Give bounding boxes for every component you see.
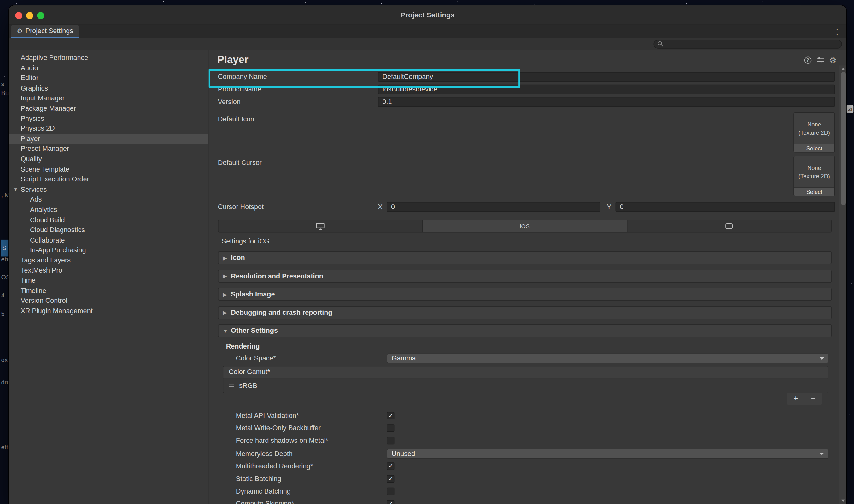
tab-menu-kebab-icon[interactable]: ⋮ bbox=[833, 25, 841, 38]
platform-tab-ios[interactable]: iOS bbox=[423, 220, 627, 232]
product-name-input[interactable] bbox=[378, 84, 835, 94]
sidebar-item-label: Version Control bbox=[21, 297, 68, 305]
sidebar-item-input-manager[interactable]: Input Manager bbox=[9, 93, 208, 104]
sidebar-item-collaborate[interactable]: Collaborate bbox=[9, 235, 208, 245]
company-name-input[interactable] bbox=[378, 72, 835, 82]
color-gamut-list: sRGB bbox=[218, 378, 832, 393]
platform-tab-standalone[interactable] bbox=[219, 220, 423, 232]
sidebar-item-cloud-build[interactable]: Cloud Build bbox=[9, 215, 208, 225]
sidebar-item-label: Cloud Build bbox=[30, 216, 65, 223]
section-splash-image[interactable]: ▶Splash Image bbox=[218, 288, 832, 301]
hotspot-x-input[interactable] bbox=[387, 202, 600, 212]
checkbox-metal-api-validation[interactable] bbox=[387, 412, 394, 419]
section-icon[interactable]: ▶Icon bbox=[218, 251, 832, 264]
panel-header: Player ? ⚙ bbox=[208, 50, 846, 67]
header-icons: ? ⚙ bbox=[804, 56, 837, 64]
sidebar-item-timeline[interactable]: Timeline bbox=[9, 286, 208, 296]
setting-label: Metal Write-Only Backbuffer bbox=[236, 425, 387, 432]
help-icon[interactable]: ? bbox=[804, 56, 811, 64]
default-icon-select-button[interactable]: Select bbox=[794, 144, 834, 152]
section-debugging-and-crash-reporting[interactable]: ▶Debugging and crash reporting bbox=[218, 306, 832, 319]
sidebar-item-textmesh-pro[interactable]: TextMesh Pro bbox=[9, 266, 208, 276]
player-settings-panel: Player ? ⚙ Company Name bbox=[208, 50, 846, 504]
sidebar-item-graphics[interactable]: Graphics bbox=[9, 83, 208, 93]
sidebar-item-label: Tags and Layers bbox=[21, 256, 71, 264]
scroll-down-arrow-icon[interactable] bbox=[841, 499, 844, 502]
color-gamut-item-srgb[interactable]: sRGB bbox=[223, 378, 828, 393]
sidebar-item-analytics[interactable]: Analytics bbox=[9, 205, 208, 215]
sidebar-item-script-execution-order[interactable]: Script Execution Order bbox=[9, 175, 208, 184]
sidebar-item-audio[interactable]: Audio bbox=[9, 63, 208, 73]
sidebar-item-physics[interactable]: Physics bbox=[9, 113, 208, 124]
zoom-button[interactable] bbox=[37, 12, 44, 19]
foldout-arrow-icon[interactable]: ▼ bbox=[13, 184, 18, 195]
sidebar-item-physics-2d[interactable]: Physics 2D bbox=[9, 124, 208, 134]
default-cursor-select-button[interactable]: Select bbox=[794, 187, 834, 196]
default-cursor-row: Default Cursor None (Texture 2D) Select bbox=[208, 156, 846, 199]
dropdown-memoryless-depth[interactable]: Unused bbox=[387, 449, 829, 458]
background-window-fragment: ox bbox=[1, 357, 7, 363]
sidebar-item-adaptive-performance[interactable]: Adaptive Performance bbox=[9, 53, 208, 63]
background-window-fragment: etti bbox=[1, 444, 9, 451]
sidebar-item-package-manager[interactable]: Package Manager bbox=[9, 104, 208, 113]
sidebar-item-preset-manager[interactable]: Preset Manager bbox=[9, 144, 208, 154]
sidebar-item-in-app-purchasing[interactable]: In-App Purchasing bbox=[9, 245, 208, 255]
texture-type-text: (Texture 2D) bbox=[799, 172, 830, 179]
checkbox-force-hard-shadows-on-metal[interactable] bbox=[387, 437, 394, 445]
add-remove-box: + − bbox=[786, 393, 822, 405]
sidebar-item-cloud-diagnostics[interactable]: Cloud Diagnostics bbox=[9, 225, 208, 235]
sidebar-item-player[interactable]: Player bbox=[9, 134, 208, 144]
sidebar-item-tags-and-layers[interactable]: Tags and Layers bbox=[9, 255, 208, 266]
presets-sliders-icon[interactable] bbox=[816, 57, 824, 64]
company-name-row: Company Name bbox=[208, 70, 846, 83]
checkbox-metal-write-only-backbuffer[interactable] bbox=[387, 425, 394, 432]
color-gamut-label: Color Gamut* bbox=[229, 368, 270, 376]
color-gamut-list-header[interactable]: Color Gamut* bbox=[223, 366, 828, 378]
platform-tab-tvos[interactable] bbox=[627, 220, 831, 232]
checkbox-dynamic-batching[interactable] bbox=[387, 488, 394, 495]
sidebar-item-quality[interactable]: Quality bbox=[9, 154, 208, 164]
section-label: Splash Image bbox=[231, 290, 275, 298]
sidebar-item-time[interactable]: Time bbox=[9, 276, 208, 286]
section-resolution-and-presentation[interactable]: ▶Resolution and Presentation bbox=[218, 269, 832, 282]
scrollbar-thumb[interactable] bbox=[841, 72, 846, 205]
section-other-settings[interactable]: ▼Other Settings bbox=[218, 324, 832, 337]
search-input[interactable] bbox=[666, 41, 838, 47]
close-button[interactable] bbox=[15, 12, 22, 19]
default-icon-object-field[interactable]: None (Texture 2D) Select bbox=[794, 112, 835, 152]
vertical-scrollbar[interactable] bbox=[839, 65, 847, 504]
color-space-dropdown[interactable]: Gamma bbox=[387, 353, 829, 363]
checkbox-compute-skinning[interactable] bbox=[387, 500, 394, 504]
default-cursor-object-field[interactable]: None (Texture 2D) Select bbox=[794, 156, 835, 196]
section-label: Debugging and crash reporting bbox=[231, 308, 332, 316]
none-text: None bbox=[807, 164, 821, 172]
background-window-fragment: 4 bbox=[1, 292, 4, 299]
add-button[interactable]: + bbox=[787, 393, 804, 404]
sidebar-item-services[interactable]: ▼Services bbox=[9, 184, 208, 195]
setting-row-metal-write-only-backbuffer: Metal Write-Only Backbuffer bbox=[218, 422, 832, 435]
remove-button[interactable]: − bbox=[804, 393, 822, 404]
scroll-up-arrow-icon[interactable] bbox=[841, 68, 844, 70]
minimize-button[interactable] bbox=[26, 12, 33, 19]
background-window-fragment: ebO bbox=[1, 256, 9, 263]
product-name-label: Product Name bbox=[218, 85, 378, 93]
sidebar-item-ads[interactable]: Ads bbox=[9, 195, 208, 205]
tab-project-settings[interactable]: ⚙ Project Settings bbox=[11, 25, 79, 38]
drag-handle-icon[interactable] bbox=[229, 384, 234, 387]
sidebar-item-scene-template[interactable]: Scene Template bbox=[9, 164, 208, 175]
sidebar-item-editor[interactable]: Editor bbox=[9, 73, 208, 83]
checkbox-multithreaded-rendering[interactable] bbox=[387, 462, 394, 470]
setting-label: Memoryless Depth bbox=[236, 450, 387, 457]
setting-row-memoryless-depth: Memoryless DepthUnused bbox=[218, 447, 832, 460]
checkbox-static-batching[interactable] bbox=[387, 475, 394, 483]
hotspot-y-input[interactable] bbox=[616, 202, 835, 212]
sidebar-item-label: Audio bbox=[21, 64, 38, 72]
sidebar-item-label: Timeline bbox=[21, 287, 47, 294]
version-input[interactable] bbox=[378, 97, 835, 107]
company-name-label: Company Name bbox=[218, 73, 378, 80]
sidebar-item-version-control[interactable]: Version Control bbox=[9, 296, 208, 306]
search-field[interactable] bbox=[653, 39, 842, 48]
gear-icon[interactable]: ⚙ bbox=[829, 56, 836, 64]
tab-label: Project Settings bbox=[25, 27, 73, 35]
sidebar-item-xr-plugin-management[interactable]: XR Plugin Management bbox=[9, 306, 208, 316]
